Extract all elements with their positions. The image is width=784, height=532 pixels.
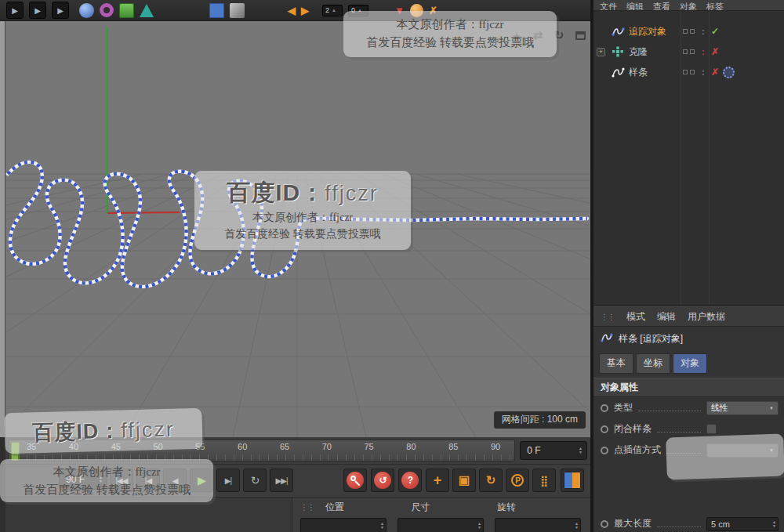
maximize-view-icon[interactable] <box>573 28 587 42</box>
attribute-manager: ⋮⋮ 模式 编辑 用户数据 样条 [追踪对象] 基本 坐标 对象 对象属性 类型… <box>593 306 784 532</box>
history-forward-icon[interactable]: ▶ <box>29 2 46 19</box>
nudge-left-icon[interactable]: ◀ <box>288 5 296 16</box>
keyframe-dot-icon[interactable] <box>601 447 608 454</box>
panel-handle-icon[interactable]: ⋮⋮ <box>300 503 314 512</box>
watermark-top: 本文原创作者：ffjczr 首发百度经验 转载要点赞投票哦 <box>343 11 557 57</box>
tick-label: 75 <box>365 442 374 451</box>
object-row-cloner[interactable]: + 克隆 : ✗ <box>593 42 784 61</box>
edit-menu[interactable]: 编辑 <box>657 310 676 324</box>
object-properties-section[interactable]: 对象属性 <box>593 378 784 397</box>
kf-parameter-toggle[interactable]: P <box>506 469 529 492</box>
menu-tags[interactable]: 标签 <box>706 0 724 10</box>
layer-toggle-squares[interactable] <box>683 49 695 54</box>
keyframe-dot-icon[interactable] <box>601 520 608 528</box>
max-length-field[interactable]: 5 cm▲▼ <box>706 517 779 531</box>
menu-objects[interactable]: 对象 <box>680 0 697 10</box>
tab-object[interactable]: 对象 <box>673 353 707 374</box>
kf-pla-toggle[interactable]: ⣿ <box>532 469 556 492</box>
visibility-dots-icon[interactable]: : <box>702 27 705 36</box>
watermark-title: 百度ID：ffjczr <box>8 414 200 447</box>
spline-title-icon <box>601 332 613 345</box>
help-circle: ? <box>401 472 419 489</box>
jump-end-button[interactable]: ▶▶| <box>270 469 293 492</box>
panel-handle-icon[interactable]: ⋮⋮ <box>601 313 615 321</box>
position-header: 位置 <box>325 501 411 514</box>
userdata-menu[interactable]: 用户数据 <box>688 310 725 324</box>
sphere-tool-icon[interactable] <box>79 3 94 18</box>
watermark-line: 首发百度经验 转载要点赞投票哦 <box>350 34 550 52</box>
kf-scale-toggle[interactable]: ▣ <box>452 469 476 492</box>
next-frame-button[interactable]: ▶| <box>216 469 240 492</box>
layout-toggle-button[interactable] <box>561 469 584 492</box>
cube-tool-icon[interactable] <box>230 3 245 18</box>
layer-toggle-squares[interactable] <box>683 29 695 34</box>
object-row-tracer[interactable]: 追踪对象 : ✓ <box>593 22 784 41</box>
loop-button[interactable]: ↻ <box>243 469 267 492</box>
toolbar-step-field[interactable]: 2▲ <box>322 5 343 16</box>
dotted-sphere-tag-icon[interactable] <box>723 67 735 78</box>
coordinate-header: ⋮⋮ 位置 尺寸 旋转 <box>292 498 590 516</box>
enable-cross-icon[interactable]: ✗ <box>711 46 719 57</box>
enable-cross-icon[interactable]: ✗ <box>711 67 719 78</box>
menu-edit[interactable]: 编辑 <box>626 0 644 10</box>
ring-tool-icon[interactable] <box>100 3 114 17</box>
watermark-id-name: ffjczr <box>121 418 175 443</box>
tick-label: 80 <box>406 442 416 451</box>
coordinate-panel: ⋮⋮ 位置 尺寸 旋转 ▲▼ ▲▼ ▲▼ <box>292 497 590 532</box>
watermark-bottom-title: 百度ID：ffjczr <box>4 408 202 454</box>
rotation-h-field[interactable]: ▲▼ <box>495 518 581 532</box>
visibility-dots-icon[interactable]: : <box>702 47 705 56</box>
mode-menu[interactable]: 模式 <box>626 310 645 324</box>
watermark-bottom-lines: 本文原创作者：ffjczr 首发百度经验 转载要点赞投票哦 <box>0 459 213 502</box>
menu-file[interactable]: 文件 <box>600 0 617 10</box>
cone-tool-icon[interactable] <box>140 4 154 17</box>
attribute-mode-bar: ⋮⋮ 模式 编辑 用户数据 <box>593 306 784 327</box>
stepper-icon[interactable]: ▲▼ <box>380 522 384 530</box>
current-frame-field[interactable]: 0 F ▲▼ <box>520 441 587 460</box>
close-spline-checkbox[interactable] <box>706 424 717 434</box>
size-x-field[interactable]: ▲▼ <box>397 518 484 532</box>
history-branch-icon[interactable]: ▶ <box>52 2 69 19</box>
keyframe-dot-icon[interactable] <box>601 425 608 433</box>
plane-tool-icon[interactable] <box>209 3 224 18</box>
watermark-id-label: 百度ID： <box>227 179 325 205</box>
array-tool-icon[interactable] <box>119 3 134 18</box>
dropdown-value: 线性 <box>711 402 728 414</box>
prop-label: 点插值方式 <box>614 443 661 457</box>
position-x-field[interactable]: ▲▼ <box>300 518 387 532</box>
stepper-icon[interactable]: ▲▼ <box>477 522 481 530</box>
rotation-header: 旋转 <box>497 501 583 514</box>
layer-toggle-squares[interactable] <box>683 70 695 74</box>
scale-icon: ▣ <box>459 473 470 487</box>
object-row-spline[interactable]: 样条 : ✗ <box>593 63 784 81</box>
type-dropdown[interactable]: 线性▼ <box>706 401 779 415</box>
stepper-icon[interactable]: ▲▼ <box>575 522 579 530</box>
kf-position-toggle[interactable]: + <box>426 469 449 492</box>
stepper-up-icon[interactable]: ▲ <box>332 8 336 13</box>
kf-rotation-toggle[interactable]: ↻ <box>479 469 503 492</box>
menu-view[interactable]: 查看 <box>653 0 670 10</box>
visibility-dots-icon[interactable]: : <box>702 67 705 77</box>
stepper-icon[interactable]: ▲▼ <box>579 447 583 454</box>
arrow-icon: ▶ <box>57 6 64 15</box>
tick-label: 90 <box>491 442 500 451</box>
object-title-text: 样条 [追踪对象] <box>619 332 683 346</box>
panel-divider[interactable] <box>590 0 592 532</box>
record-circle <box>347 472 364 489</box>
tab-basic[interactable]: 基本 <box>599 353 633 374</box>
keyframe-help-button[interactable]: ? <box>398 469 422 492</box>
autokey-icon: ↺ <box>379 475 386 486</box>
stepper-icon[interactable]: ▲▼ <box>772 520 776 528</box>
expand-toggle-icon[interactable]: + <box>597 48 605 56</box>
autokey-button[interactable]: ↺ <box>371 469 394 492</box>
enable-check-icon[interactable]: ✓ <box>711 26 719 37</box>
record-keyframe-button[interactable] <box>343 469 367 492</box>
tab-coordinates[interactable]: 坐标 <box>636 353 670 374</box>
cloner-object-icon <box>611 45 625 58</box>
nudge-right-icon[interactable]: ▶ <box>301 5 309 16</box>
keyframe-dot-icon[interactable] <box>601 404 608 412</box>
arrow-icon: ▶ <box>12 6 18 15</box>
prop-row-type: 类型 线性▼ <box>593 397 784 418</box>
history-icon[interactable]: ▶ <box>6 2 24 19</box>
prop-label: 类型 <box>614 401 633 414</box>
